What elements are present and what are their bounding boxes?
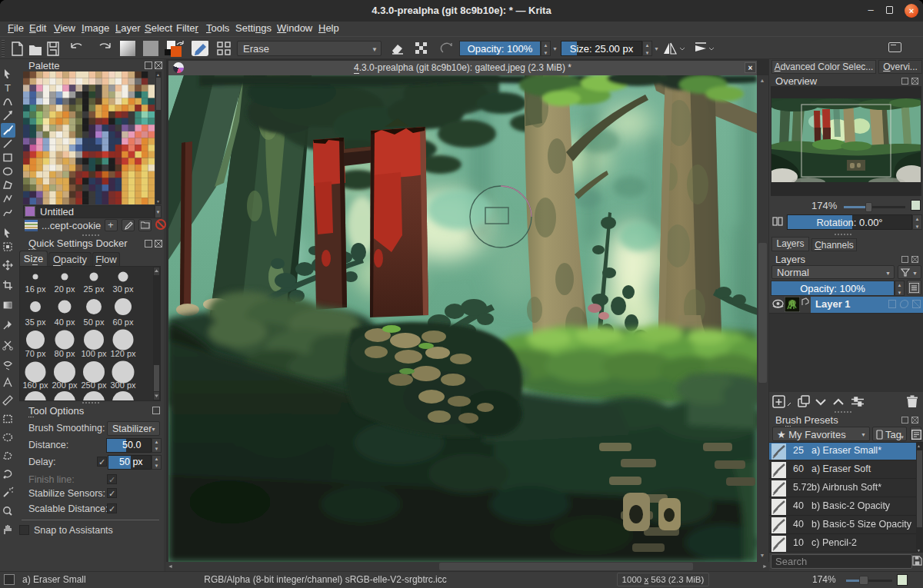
svg-text:50 px: 50 px bbox=[84, 317, 105, 327]
svg-text:100 px: 100 px bbox=[81, 349, 107, 358]
svg-text:300 px: 300 px bbox=[110, 380, 136, 390]
svg-text:70 px: 70 px bbox=[25, 349, 46, 358]
svg-text:T: T bbox=[5, 82, 11, 94]
svg-text:200 px: 200 px bbox=[52, 380, 78, 390]
svg-text:40 px: 40 px bbox=[55, 317, 75, 327]
svg-text:120 px: 120 px bbox=[110, 349, 136, 358]
svg-text:60 px: 60 px bbox=[113, 317, 134, 327]
svg-text:25 px: 25 px bbox=[84, 284, 105, 294]
svg-text:80 px: 80 px bbox=[55, 349, 75, 358]
svg-text:160 px: 160 px bbox=[22, 380, 48, 390]
svg-text:35 px: 35 px bbox=[25, 317, 46, 327]
svg-text:250 px: 250 px bbox=[81, 380, 107, 390]
svg-text:30 px: 30 px bbox=[113, 284, 134, 294]
svg-text:20 px: 20 px bbox=[55, 284, 75, 294]
svg-text:16 px: 16 px bbox=[25, 284, 46, 294]
